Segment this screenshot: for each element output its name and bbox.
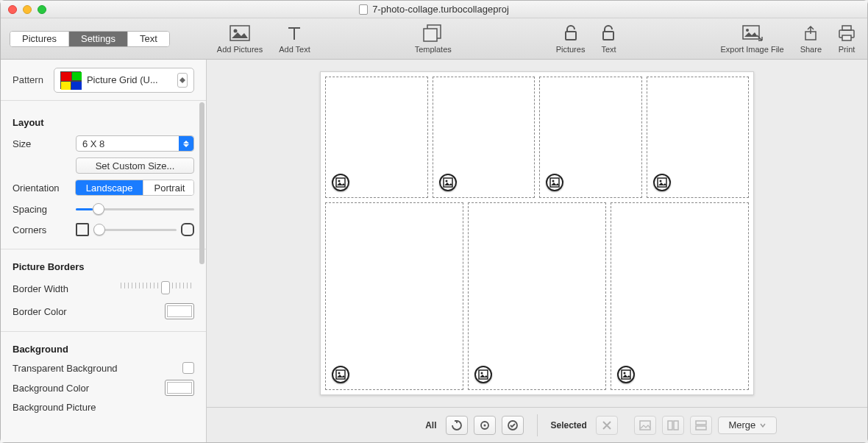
pattern-value: Picture Grid (U... xyxy=(87,74,158,85)
export-image-icon xyxy=(742,24,763,42)
background-picture-label: Background Picture xyxy=(13,402,194,413)
lock-text-button[interactable]: Text xyxy=(598,23,619,55)
lock-pictures-label: Pictures xyxy=(556,45,586,54)
bottom-toolbar: All Selected Merge xyxy=(207,407,867,442)
svg-rect-16 xyxy=(550,178,559,187)
svg-rect-20 xyxy=(336,370,345,379)
merge-select: Merge xyxy=(718,417,777,434)
collage-cell[interactable] xyxy=(539,77,642,198)
spacing-label: Spacing xyxy=(13,204,70,215)
toolbar: Pictures Settings Text Add Pictures Add … xyxy=(1,18,867,60)
templates-button[interactable]: Templates xyxy=(412,23,455,55)
tab-settings[interactable]: Settings xyxy=(68,32,127,46)
collage-cell[interactable] xyxy=(647,77,750,198)
border-color-swatch[interactable] xyxy=(165,303,194,319)
selected-label: Selected xyxy=(551,420,587,430)
transparent-bg-label: Transparent Background xyxy=(13,363,177,374)
transparent-bg-checkbox[interactable] xyxy=(182,362,194,374)
add-image-icon[interactable] xyxy=(332,174,349,191)
pattern-label: Pattern xyxy=(13,74,43,85)
add-image-icon[interactable] xyxy=(653,174,671,191)
spacing-slider[interactable] xyxy=(76,202,194,216)
svg-point-25 xyxy=(624,372,626,375)
add-image-icon[interactable] xyxy=(546,174,563,191)
add-text-label: Add Text xyxy=(279,45,310,54)
collage-row-top xyxy=(325,77,749,198)
background-picture-row: Background Picture xyxy=(13,402,194,413)
svg-rect-24 xyxy=(622,370,630,379)
svg-rect-12 xyxy=(336,178,345,187)
picture-borders-heading: Picture Borders xyxy=(13,261,194,272)
corners-slider[interactable] xyxy=(93,222,177,237)
orientation-row: Orientation Landscape Portrait xyxy=(13,180,194,196)
canvas-center xyxy=(207,60,867,407)
border-width-row: Border Width xyxy=(13,280,194,297)
settings-sidebar: Pattern Picture Grid (U... Layout Size 6… xyxy=(1,60,207,442)
background-color-swatch[interactable] xyxy=(165,380,194,396)
lock-text-label: Text xyxy=(601,45,616,54)
shuffle-all-button[interactable] xyxy=(446,416,468,435)
collage-cell[interactable] xyxy=(468,202,606,390)
orientation-portrait[interactable]: Portrait xyxy=(143,180,194,195)
tab-text[interactable]: Text xyxy=(127,32,169,46)
add-text-button[interactable]: Add Text xyxy=(276,23,313,55)
collage-cell[interactable] xyxy=(325,202,463,390)
round-corner-icon xyxy=(181,223,194,236)
add-image-icon[interactable] xyxy=(332,366,349,383)
toolbar-add-group: Add Pictures Add Text xyxy=(214,23,313,55)
svg-rect-33 xyxy=(696,426,706,430)
svg-rect-22 xyxy=(479,370,488,379)
svg-rect-32 xyxy=(696,421,706,425)
background-heading: Background xyxy=(13,344,194,355)
dropdown-arrows-icon xyxy=(179,136,193,151)
custom-size-label: Set Custom Size... xyxy=(96,160,175,171)
add-image-icon[interactable] xyxy=(439,174,457,191)
export-image-button[interactable]: Export Image File xyxy=(717,23,786,55)
all-label: All xyxy=(425,420,436,430)
collage-cell[interactable] xyxy=(325,77,428,198)
set-custom-size-button[interactable]: Set Custom Size... xyxy=(76,157,194,174)
toolbar-export-group: Export Image File Share Print xyxy=(717,23,858,55)
share-button[interactable]: Share xyxy=(797,23,825,55)
size-select[interactable]: 6 X 8 xyxy=(76,135,194,152)
svg-point-1 xyxy=(233,29,237,32)
border-color-label: Border Color xyxy=(13,306,159,317)
orientation-label: Orientation xyxy=(13,182,69,194)
border-width-slider[interactable] xyxy=(121,280,194,297)
canvas-area: All Selected Merge xyxy=(207,60,867,442)
settings-scroll[interactable]: Layout Size 6 X 8 Set Custom Size... Ori… xyxy=(1,101,206,442)
add-pictures-label: Add Pictures xyxy=(217,45,263,54)
spacing-row: Spacing xyxy=(13,202,194,216)
svg-point-21 xyxy=(338,372,341,375)
pattern-row: Pattern Picture Grid (U... xyxy=(1,60,206,101)
apply-all-button[interactable] xyxy=(502,416,524,435)
add-image-icon[interactable] xyxy=(617,366,635,383)
collage-cell[interactable] xyxy=(611,202,749,390)
svg-rect-11 xyxy=(842,35,851,40)
svg-rect-18 xyxy=(658,178,666,187)
orientation-toggle: Landscape Portrait xyxy=(75,180,194,196)
background-color-label: Background Color xyxy=(13,383,159,394)
svg-point-27 xyxy=(483,424,485,426)
rotate-all-button[interactable] xyxy=(474,416,496,435)
delete-selected-button xyxy=(596,416,618,435)
lock-pictures-button[interactable]: Pictures xyxy=(553,23,588,55)
app-window: 7-photo-collage.turbocollageproj Picture… xyxy=(0,0,868,443)
scrollbar-thumb[interactable] xyxy=(199,102,204,264)
pattern-select[interactable]: Picture Grid (U... xyxy=(54,68,194,93)
toolbar-lock-group: Pictures Text xyxy=(553,23,619,55)
replace-image-button xyxy=(634,416,656,435)
background-color-row: Background Color xyxy=(13,380,194,396)
tab-pictures[interactable]: Pictures xyxy=(10,32,68,46)
svg-rect-30 xyxy=(668,421,672,430)
add-image-icon[interactable] xyxy=(474,366,492,383)
collage-cell[interactable] xyxy=(433,77,536,198)
print-button[interactable]: Print xyxy=(835,23,858,55)
print-icon xyxy=(838,24,855,42)
pattern-swatch-icon xyxy=(60,71,81,89)
orientation-landscape[interactable]: Landscape xyxy=(76,180,143,195)
add-pictures-button[interactable]: Add Pictures xyxy=(214,23,266,55)
square-corner-icon xyxy=(76,223,89,236)
svg-point-23 xyxy=(481,372,483,375)
collage[interactable] xyxy=(320,71,754,395)
